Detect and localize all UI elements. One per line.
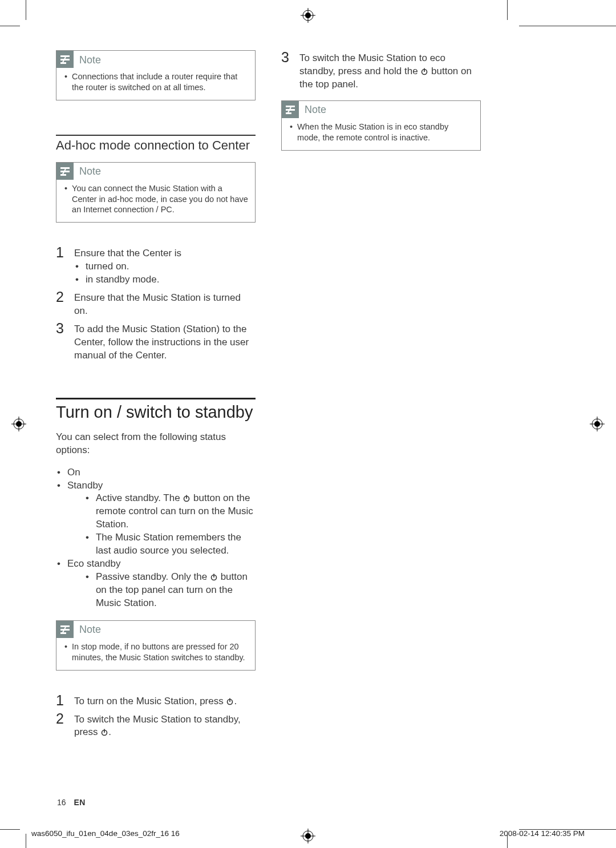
page-number: 16 xyxy=(57,798,66,807)
slug-timestamp: 2008-02-14 12:40:35 PM xyxy=(500,829,585,838)
registration-mark-icon xyxy=(590,417,605,431)
heading-adhoc: Ad-hoc mode connection to Center xyxy=(56,135,256,153)
registration-mark-icon xyxy=(301,8,315,23)
step-number: 1 xyxy=(56,245,66,286)
note-label: Note xyxy=(305,103,326,116)
step-number: 1 xyxy=(56,693,66,708)
steps-list: 3 To switch the Music Station to eco sta… xyxy=(281,50,481,91)
note-icon xyxy=(56,51,74,68)
list-item: Eco standby Passive standby. Only the bu… xyxy=(56,558,256,610)
list-item: On xyxy=(56,466,256,479)
steps-list: 1 Ensure that the Center is turned on. i… xyxy=(56,245,256,362)
slugline: was6050_ifu_01en_04de_03es_02fr_16 16 20… xyxy=(31,829,585,838)
svg-rect-35 xyxy=(286,106,295,107)
note-box: Note Connections that include a router r… xyxy=(56,50,256,100)
svg-rect-21 xyxy=(60,174,66,176)
page-footer: 16 EN xyxy=(57,798,86,807)
note-label: Note xyxy=(79,53,101,66)
list-item: The Music Station remembers the last aud… xyxy=(84,531,256,558)
note-text: You can connect the Music Station with a… xyxy=(63,183,248,216)
power-icon xyxy=(420,66,428,74)
note-icon xyxy=(56,163,74,180)
note-text: When the Music Station is in eco standby… xyxy=(289,122,473,143)
steps-list: 1 To turn on the Music Station, press . … xyxy=(56,693,256,740)
slug-filename: was6050_ifu_01en_04de_03es_02fr_16 16 xyxy=(31,829,180,838)
svg-rect-28 xyxy=(60,632,66,634)
note-label: Note xyxy=(79,623,101,636)
note-box: Note When the Music Station is in eco st… xyxy=(281,100,481,151)
list-item: in standby mode. xyxy=(74,273,181,286)
registration-mark-icon xyxy=(11,417,26,431)
power-icon xyxy=(100,727,108,735)
note-icon xyxy=(56,621,74,638)
note-text: Connections that include a router requir… xyxy=(63,71,248,93)
note-icon xyxy=(282,101,299,118)
power-icon xyxy=(183,493,191,501)
svg-rect-26 xyxy=(60,625,70,627)
note-label: Note xyxy=(79,164,101,177)
step-number: 3 xyxy=(281,50,291,91)
note-box: Note You can connect the Music Station w… xyxy=(56,162,256,223)
step-number: 3 xyxy=(56,321,66,362)
svg-rect-16 xyxy=(60,55,70,57)
svg-rect-18 xyxy=(60,62,66,64)
list-item: turned on. xyxy=(74,260,181,273)
svg-rect-19 xyxy=(60,167,70,169)
power-icon xyxy=(226,696,234,704)
list-item: Passive standby. Only the button on the … xyxy=(84,571,256,610)
step-text: Ensure that the Music Station is turned … xyxy=(74,290,256,318)
step-text: To switch the Music Station to eco stand… xyxy=(299,50,481,91)
note-text: In stop mode, if no buttons are pressed … xyxy=(63,641,248,663)
list-item: Active standby. The button on the remote… xyxy=(84,492,256,531)
heading-turnon: Turn on / switch to standby xyxy=(56,398,256,422)
options-list: On Standby Active standby. The button on… xyxy=(56,466,256,610)
step-number: 2 xyxy=(56,290,66,318)
note-box: Note In stop mode, if no buttons are pre… xyxy=(56,620,256,671)
step-text: To switch the Music Station to standby, … xyxy=(74,712,256,740)
list-item: Standby Active standby. The button on th… xyxy=(56,479,256,558)
power-icon xyxy=(210,572,218,580)
paragraph: You can select from the following status… xyxy=(56,431,256,457)
step-number: 2 xyxy=(56,712,66,740)
step-text: To turn on the Music Station, press . xyxy=(74,693,237,708)
language-code: EN xyxy=(74,798,85,807)
step-text: Ensure that the Center is xyxy=(74,247,181,260)
step-text: To add the Music Station (Station) to th… xyxy=(74,321,256,362)
svg-rect-37 xyxy=(286,112,291,114)
